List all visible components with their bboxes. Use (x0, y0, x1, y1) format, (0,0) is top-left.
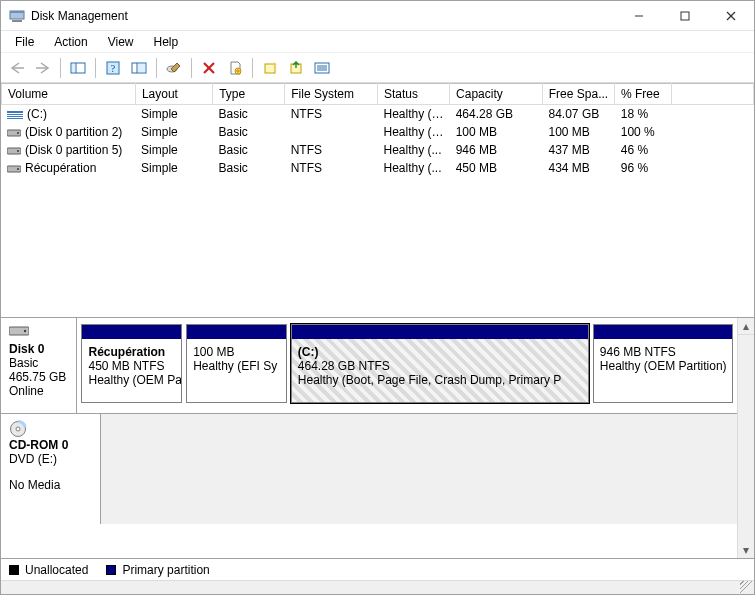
svg-rect-11 (72, 64, 75, 72)
maximize-button[interactable] (662, 1, 708, 31)
table-row[interactable]: RécupérationSimpleBasicNTFSHealthy (...4… (1, 159, 754, 177)
partition-size: 464.28 GB NTFS (298, 359, 582, 373)
col-fs[interactable]: File System (285, 84, 378, 105)
partition[interactable]: (C:)464.28 GB NTFSHealthy (Boot, Page Fi… (291, 324, 589, 403)
partition-status: Healthy (OEM Partiti (88, 373, 175, 387)
attach-vhd-button[interactable] (284, 56, 308, 80)
col-free[interactable]: Free Spa... (542, 84, 614, 105)
refresh-button[interactable] (127, 56, 151, 80)
col-volume[interactable]: Volume (2, 84, 136, 105)
cell-pct: 100 % (615, 123, 672, 141)
table-row[interactable]: (C:)SimpleBasicNTFSHealthy (B...464.28 G… (1, 105, 754, 123)
close-button[interactable] (708, 1, 754, 31)
partition-cap (82, 325, 181, 339)
cell-status: Healthy (E... (377, 123, 449, 141)
cell-type: Basic (212, 105, 284, 123)
table-row[interactable]: (Disk 0 partition 2)SimpleBasicHealthy (… (1, 123, 754, 141)
graphical-view-pane: Disk 0Basic465.75 GBOnlineRécupération45… (1, 318, 754, 558)
partition-name: (C:) (298, 345, 582, 359)
scroll-down-button[interactable]: ▾ (738, 541, 754, 558)
volume-list-pane: Volume Layout Type File System Status Ca… (1, 83, 754, 318)
partition-cap (292, 325, 588, 339)
scroll-track[interactable] (738, 335, 754, 541)
svg-text:?: ? (111, 63, 116, 74)
partition-status: Healthy (Boot, Page File, Crash Dump, Pr… (298, 373, 582, 387)
menu-file[interactable]: File (5, 33, 44, 51)
disk-label[interactable]: CD-ROM 0DVD (E:)No Media (1, 414, 101, 524)
graphical-view[interactable]: Disk 0Basic465.75 GBOnlineRécupération45… (1, 318, 737, 558)
unallocated-swatch (9, 565, 19, 575)
partition-size: 450 MB NTFS (88, 359, 175, 373)
cell-status: Healthy (... (377, 141, 449, 159)
partition-size: 100 MB (193, 345, 280, 359)
cell-layout: Simple (135, 159, 212, 177)
resize-grip[interactable] (740, 581, 752, 593)
legend: Unallocated Primary partition (1, 558, 754, 580)
svg-point-35 (17, 132, 19, 134)
show-hide-console-tree-button[interactable] (66, 56, 90, 80)
menu-action[interactable]: Action (44, 33, 97, 51)
svg-point-39 (17, 168, 19, 170)
minimize-button[interactable] (616, 1, 662, 31)
svg-point-43 (16, 427, 20, 431)
back-button[interactable] (5, 56, 29, 80)
partition[interactable]: 946 MB NTFSHealthy (OEM Partition) (593, 324, 733, 403)
cell-pct: 46 % (615, 141, 672, 159)
disk-row: CD-ROM 0DVD (E:)No Media (1, 414, 737, 524)
help-button[interactable]: ? (101, 56, 125, 80)
properties-button[interactable] (223, 56, 247, 80)
partition-name: Récupération (88, 345, 175, 359)
delete-button[interactable] (197, 56, 221, 80)
col-pct[interactable]: % Free (614, 84, 671, 105)
volume-table-body-wrap[interactable]: (C:)SimpleBasicNTFSHealthy (B...464.28 G… (1, 105, 754, 317)
disk-label[interactable]: Disk 0Basic465.75 GBOnline (1, 318, 77, 413)
cell-pct: 18 % (615, 105, 672, 123)
disk-title: CD-ROM 0 (9, 438, 92, 452)
menu-view[interactable]: View (98, 33, 144, 51)
svg-rect-2 (12, 20, 22, 22)
partition-status: Healthy (EFI Sy (193, 359, 280, 373)
cell-free: 84.07 GB (543, 105, 615, 123)
cell-capacity: 946 MB (450, 141, 543, 159)
menu-help[interactable]: Help (144, 33, 189, 51)
volume-name: Récupération (25, 161, 96, 175)
vertical-scrollbar[interactable]: ▴ ▾ (737, 318, 754, 558)
partition-area: Récupération450 MB NTFSHealthy (OEM Part… (77, 318, 737, 413)
cell-type: Basic (212, 159, 284, 177)
window-title: Disk Management (31, 9, 128, 23)
cell-fs: NTFS (285, 105, 378, 123)
titlebar: Disk Management (1, 1, 754, 31)
cell-free: 434 MB (543, 159, 615, 177)
col-layout[interactable]: Layout (135, 84, 212, 105)
col-type[interactable]: Type (213, 84, 285, 105)
svg-rect-1 (10, 11, 24, 13)
cell-type: Basic (212, 141, 284, 159)
settings-button[interactable] (162, 56, 186, 80)
cell-free: 100 MB (543, 123, 615, 141)
partition[interactable]: 100 MBHealthy (EFI Sy (186, 324, 287, 403)
cd-icon (9, 420, 92, 436)
new-volume-button[interactable] (258, 56, 282, 80)
volume-name: (C:) (27, 107, 47, 121)
drive-icon (7, 164, 21, 174)
volume-table-header[interactable]: Volume Layout Type File System Status Ca… (2, 84, 754, 105)
partition[interactable]: Récupération450 MB NTFSHealthy (OEM Part… (81, 324, 182, 403)
volume-table: Volume Layout Type File System Status Ca… (1, 83, 754, 105)
svg-rect-33 (7, 117, 23, 118)
cell-fs: NTFS (285, 159, 378, 177)
cell-layout: Simple (135, 123, 212, 141)
svg-point-41 (24, 330, 26, 332)
forward-button[interactable] (31, 56, 55, 80)
action-list-button[interactable] (310, 56, 334, 80)
cell-capacity: 464.28 GB (450, 105, 543, 123)
app-icon (9, 8, 25, 24)
cell-capacity: 100 MB (450, 123, 543, 141)
drive-icon (7, 146, 21, 156)
scroll-up-button[interactable]: ▴ (738, 318, 754, 335)
col-empty[interactable] (671, 84, 753, 105)
table-row[interactable]: (Disk 0 partition 5)SimpleBasicNTFSHealt… (1, 141, 754, 159)
legend-unallocated: Unallocated (25, 563, 88, 577)
col-capacity[interactable]: Capacity (450, 84, 543, 105)
cell-status: Healthy (... (377, 159, 449, 177)
col-status[interactable]: Status (377, 84, 449, 105)
